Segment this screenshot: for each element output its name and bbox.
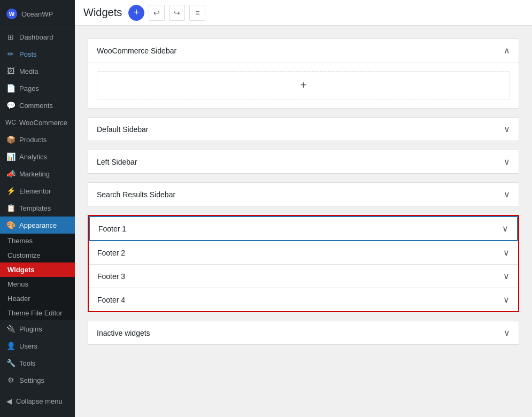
sidebar-label-users: Users: [19, 342, 37, 350]
left-sidebar-header[interactable]: Left Sidebar ∨: [88, 150, 519, 173]
inactive-widgets-header[interactable]: Inactive widgets ∨: [88, 321, 519, 344]
add-widget-button[interactable]: +: [128, 5, 144, 21]
redo-icon: ↪: [174, 9, 180, 17]
default-sidebar-header[interactable]: Default Sidebar ∨: [88, 118, 519, 141]
sidebar-item-tools[interactable]: 🔧 Tools: [0, 354, 75, 372]
sidebar-item-templates[interactable]: 📋 Templates: [0, 199, 75, 217]
sidebar-item-analytics[interactable]: 📊 Analytics: [0, 148, 75, 165]
footer-1-title: Footer 1: [98, 225, 126, 233]
sidebar-item-woocommerce[interactable]: WC WooCommerce: [0, 114, 75, 131]
sidebar-item-elementor[interactable]: ⚡ Elementor: [0, 182, 75, 199]
footer-1-section: Footer 1 ∨: [89, 216, 518, 241]
menu-button[interactable]: ≡: [189, 5, 205, 21]
footer-2-header[interactable]: Footer 2 ∨: [89, 241, 518, 264]
submenu-customize[interactable]: Customize: [0, 248, 75, 262]
site-name-label: OceanWP: [21, 10, 53, 18]
sidebar-item-marketing[interactable]: 📣 Marketing: [0, 165, 75, 182]
sidebar-label-products: Products: [19, 136, 47, 144]
add-icon: +: [300, 79, 307, 91]
page-title: Widgets: [83, 6, 122, 19]
elementor-icon: ⚡: [6, 187, 15, 195]
woocommerce-sidebar-chevron: ∧: [504, 45, 510, 56]
inactive-widgets-title: Inactive widgets: [97, 329, 150, 337]
plugins-icon: 🔌: [6, 325, 15, 333]
tools-icon: 🔧: [6, 359, 15, 367]
sidebar-item-plugins[interactable]: 🔌 Plugins: [0, 320, 75, 337]
sidebar-logo[interactable]: W OceanWP: [0, 4, 75, 24]
sidebar-item-appearance[interactable]: 🎨 Appearance: [0, 217, 75, 234]
left-sidebar-section: Left Sidebar ∨: [88, 150, 519, 174]
search-results-sidebar-chevron: ∨: [504, 189, 510, 199]
menu-icon: ≡: [195, 9, 199, 17]
wp-logo-icon: W: [6, 9, 17, 19]
woocommerce-sidebar-title: WooCommerce Sidebar: [97, 47, 176, 55]
dashboard-icon: ⊞: [6, 33, 15, 41]
sidebar-item-users[interactable]: 👤 Users: [0, 337, 75, 354]
submenu-header[interactable]: Header: [0, 291, 75, 306]
woocommerce-sidebar-section: WooCommerce Sidebar ∧ +: [88, 38, 519, 109]
content-area: WooCommerce Sidebar ∧ + Default Sidebar …: [75, 26, 532, 417]
widgets-label: Widgets: [7, 266, 34, 274]
inactive-widgets-section: Inactive widgets ∨: [88, 321, 519, 345]
woocommerce-sidebar-header[interactable]: WooCommerce Sidebar ∧: [88, 39, 519, 62]
footer-4-title: Footer 4: [97, 296, 125, 304]
sidebar-header: W OceanWP: [0, 0, 75, 28]
products-icon: 📦: [6, 135, 15, 144]
footer-1-header[interactable]: Footer 1 ∨: [90, 217, 517, 240]
collapse-menu-button[interactable]: ◀ Collapse menu: [0, 393, 75, 410]
themes-label: Themes: [7, 237, 33, 245]
sidebar-label-posts: Posts: [19, 50, 37, 58]
footer-2-chevron: ∨: [503, 248, 510, 258]
sidebar-label-woocommerce: WooCommerce: [19, 119, 67, 127]
settings-icon: ⚙: [6, 376, 15, 384]
menus-label: Menus: [7, 280, 28, 288]
pages-icon: 📄: [6, 84, 15, 92]
sidebar-label-plugins: Plugins: [19, 325, 42, 333]
default-sidebar-chevron: ∨: [504, 124, 510, 134]
submenu-theme-file-editor[interactable]: Theme File Editor: [0, 306, 75, 320]
submenu-themes[interactable]: Themes: [0, 234, 75, 248]
footer-4-header[interactable]: Footer 4 ∨: [89, 288, 518, 311]
footer-2-section: Footer 2 ∨: [89, 241, 518, 265]
sidebar-label-appearance: Appearance: [19, 221, 57, 229]
appearance-icon: 🎨: [6, 221, 15, 229]
submenu-widgets[interactable]: Widgets: [0, 262, 75, 277]
sidebar-item-dashboard[interactable]: ⊞ Dashboard: [0, 28, 75, 45]
posts-icon: ✏: [6, 50, 15, 58]
inactive-widgets-chevron: ∨: [504, 328, 510, 338]
left-sidebar-title: Left Sidebar: [97, 158, 137, 166]
sidebar-label-media: Media: [19, 67, 38, 75]
sidebar-item-media[interactable]: 🖼 Media: [0, 63, 75, 80]
footer-3-header[interactable]: Footer 3 ∨: [89, 265, 518, 288]
sidebar-label-pages: Pages: [19, 84, 39, 92]
sidebar-label-analytics: Analytics: [19, 153, 47, 161]
search-results-sidebar-header[interactable]: Search Results Sidebar ∨: [88, 183, 519, 206]
sidebar-bottom: ◀ Collapse menu: [0, 393, 75, 410]
header-label: Header: [7, 295, 30, 303]
comments-icon: 💬: [6, 101, 15, 110]
add-widget-woocommerce-btn[interactable]: +: [97, 71, 510, 99]
footer-4-chevron: ∨: [503, 295, 510, 305]
top-bar: Widgets + ↩ ↪ ≡: [75, 0, 532, 26]
sidebar-item-products[interactable]: 📦 Products: [0, 131, 75, 148]
sidebar-item-settings[interactable]: ⚙ Settings: [0, 372, 75, 389]
undo-button[interactable]: ↩: [149, 5, 165, 21]
footer-3-section: Footer 3 ∨: [89, 265, 518, 288]
default-sidebar-title: Default Sidebar: [97, 125, 149, 134]
default-sidebar-section: Default Sidebar ∨: [88, 117, 519, 141]
undo-icon: ↩: [153, 9, 160, 17]
sidebar-item-posts[interactable]: ✏ Posts: [0, 45, 75, 63]
woocommerce-icon: WC: [6, 118, 15, 127]
sidebar-item-pages[interactable]: 📄 Pages: [0, 80, 75, 97]
submenu-menus[interactable]: Menus: [0, 277, 75, 291]
collapse-menu-label: Collapse menu: [16, 397, 63, 405]
sidebar-label-templates: Templates: [19, 204, 51, 212]
customize-label: Customize: [7, 251, 40, 259]
footer-1-chevron: ∨: [502, 223, 508, 234]
main-content: Widgets + ↩ ↪ ≡ WooCommerce Sidebar ∧ +: [75, 0, 532, 417]
marketing-icon: 📣: [6, 169, 15, 178]
sidebar-item-comments[interactable]: 💬 Comments: [0, 97, 75, 114]
search-results-sidebar-title: Search Results Sidebar: [97, 190, 175, 199]
analytics-icon: 📊: [6, 152, 15, 161]
redo-button[interactable]: ↪: [169, 5, 185, 21]
